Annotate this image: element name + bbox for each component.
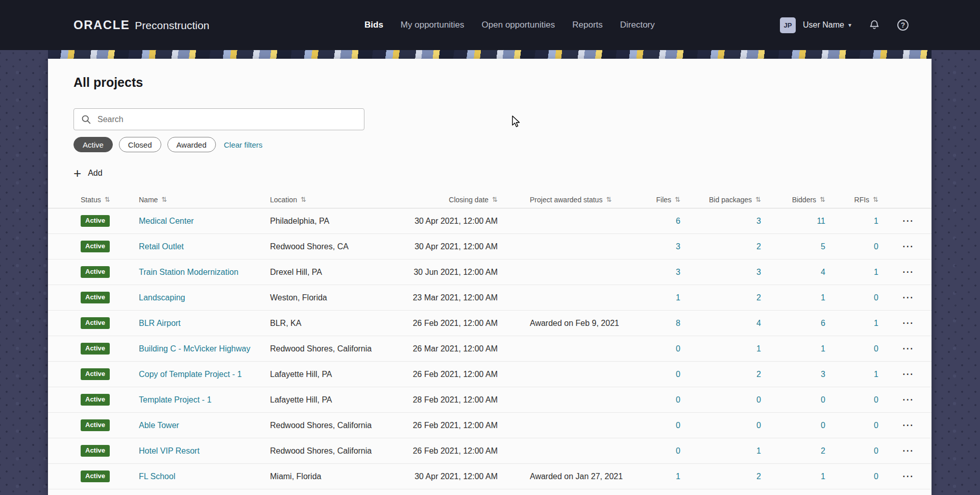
bidders-count-link[interactable]: 1	[821, 472, 825, 481]
notifications-button[interactable]	[869, 19, 880, 32]
bidders-count-link[interactable]: 3	[821, 370, 825, 379]
bidders-count-link[interactable]: 1	[821, 293, 825, 302]
bid-packages-count-link[interactable]: 2	[756, 293, 761, 302]
files-count-link[interactable]: 0	[676, 421, 680, 430]
project-name-link[interactable]: Landscaping	[139, 293, 185, 302]
rfis-count-link[interactable]: 1	[874, 319, 878, 327]
files-count-link[interactable]: 0	[676, 344, 680, 353]
bid-packages-count-link[interactable]: 0	[756, 421, 761, 430]
rfis-count-link[interactable]: 1	[874, 370, 878, 379]
bid-packages-count-link[interactable]: 3	[756, 268, 761, 276]
project-name-link[interactable]: Template Project - 1	[139, 395, 211, 404]
row-actions-button[interactable]: ⋯	[902, 445, 914, 457]
nav-item-bids[interactable]: Bids	[364, 20, 383, 30]
bidders-count-link[interactable]: 5	[821, 242, 825, 251]
project-name-link[interactable]: Medical Center	[139, 217, 194, 225]
bid-packages-cell: 4	[680, 319, 761, 328]
rfis-count-link[interactable]: 0	[874, 293, 878, 302]
column-header-bid-packages[interactable]: Bid packages⇅	[680, 196, 761, 204]
add-project-button[interactable]: + Add	[74, 168, 103, 179]
row-actions-button[interactable]: ⋯	[902, 317, 914, 329]
bid-packages-count-link[interactable]: 1	[756, 344, 761, 353]
bidders-count-link[interactable]: 4	[821, 268, 825, 276]
rfis-count-link[interactable]: 0	[874, 395, 878, 404]
bidders-count-link[interactable]: 6	[821, 319, 825, 327]
avatar[interactable]: JP	[780, 17, 796, 33]
bidders-count-link[interactable]: 1	[821, 344, 825, 353]
nav-item-reports[interactable]: Reports	[572, 20, 603, 30]
files-count-link[interactable]: 3	[676, 242, 680, 251]
rfis-count-link[interactable]: 0	[874, 344, 878, 353]
column-header-files[interactable]: Files⇅	[638, 196, 680, 204]
row-actions-button[interactable]: ⋯	[902, 419, 914, 431]
status-badge: Active	[81, 470, 110, 482]
nav-item-directory[interactable]: Directory	[620, 20, 655, 30]
rfis-count-link[interactable]: 1	[874, 268, 878, 276]
filter-chip-closed[interactable]: Closed	[119, 137, 161, 152]
bidders-count-link[interactable]: 0	[821, 395, 825, 404]
project-name-link[interactable]: Train Station Modernization	[139, 268, 238, 276]
bidders-count-link[interactable]: 11	[817, 217, 825, 225]
location-cell: Lafayette Hill, PA	[270, 370, 405, 379]
clear-filters-link[interactable]: Clear filters	[224, 140, 263, 149]
user-menu[interactable]: User Name ▾	[803, 20, 851, 30]
actions-cell: ⋯	[878, 241, 914, 252]
column-header-status[interactable]: Status⇅	[81, 196, 139, 204]
project-name-link[interactable]: Able Tower	[139, 421, 179, 430]
bid-packages-count-link[interactable]: 3	[756, 217, 761, 225]
oracle-preconstruction-logo[interactable]: ORACLE Preconstruction	[74, 18, 209, 32]
column-header-closing-date[interactable]: Closing date⇅	[405, 196, 498, 204]
rfis-count-link[interactable]: 0	[874, 242, 878, 251]
files-count-link[interactable]: 1	[676, 472, 680, 481]
nav-item-open-opportunities[interactable]: Open opportunities	[482, 20, 555, 30]
files-count-link[interactable]: 0	[676, 446, 680, 455]
rfis-count-link[interactable]: 0	[874, 472, 878, 481]
bid-packages-cell: 3	[680, 268, 761, 277]
files-count-link[interactable]: 1	[676, 293, 680, 302]
bid-packages-count-link[interactable]: 2	[756, 370, 761, 379]
files-count-link[interactable]: 0	[676, 395, 680, 404]
row-actions-button[interactable]: ⋯	[902, 292, 914, 303]
column-header-rfis[interactable]: RFIs⇅	[825, 196, 878, 204]
bid-packages-count-link[interactable]: 2	[756, 242, 761, 251]
project-name-link[interactable]: Retail Outlet	[139, 242, 184, 251]
column-header-project-awarded-status[interactable]: Project awarded status⇅	[498, 196, 638, 204]
project-name-link[interactable]: BLR Airport	[139, 319, 181, 327]
files-count-link[interactable]: 6	[676, 217, 680, 225]
row-actions-button[interactable]: ⋯	[902, 343, 914, 355]
bid-packages-count-link[interactable]: 4	[756, 319, 761, 327]
row-actions-button[interactable]: ⋯	[902, 394, 914, 406]
search-input[interactable]	[74, 108, 364, 130]
bid-packages-count-link[interactable]: 2	[756, 472, 761, 481]
filter-chip-awarded[interactable]: Awarded	[167, 137, 216, 152]
location-cell: Drexel Hill, PA	[270, 268, 405, 277]
column-header-location[interactable]: Location⇅	[270, 196, 405, 204]
bid-packages-count-link[interactable]: 1	[756, 446, 761, 455]
row-actions-button[interactable]: ⋯	[902, 241, 914, 252]
column-header-name[interactable]: Name⇅	[139, 196, 270, 204]
bidders-count-link[interactable]: 0	[821, 421, 825, 430]
files-count-link[interactable]: 3	[676, 268, 680, 276]
project-name-link[interactable]: Copy of Template Project - 1	[139, 370, 242, 379]
row-actions-button[interactable]: ⋯	[902, 215, 914, 227]
row-actions-button[interactable]: ⋯	[902, 266, 914, 278]
bid-packages-count-link[interactable]: 0	[756, 395, 761, 404]
files-cell: 8	[638, 319, 680, 328]
row-actions-button[interactable]: ⋯	[902, 368, 914, 380]
project-name-link[interactable]: Building C - McVicker Highway	[139, 344, 250, 353]
nav-item-my-opportunities[interactable]: My opportunities	[401, 20, 464, 30]
rfis-count-link[interactable]: 0	[874, 446, 878, 455]
rfis-count-link[interactable]: 1	[874, 217, 878, 225]
project-name-link[interactable]: FL School	[139, 472, 175, 481]
status-cell: Active	[81, 419, 139, 431]
bidders-count-link[interactable]: 2	[821, 446, 825, 455]
actions-cell: ⋯	[878, 215, 914, 227]
help-button[interactable]: ?	[897, 19, 909, 31]
row-actions-button[interactable]: ⋯	[902, 470, 914, 482]
filter-chip-active[interactable]: Active	[74, 137, 113, 152]
rfis-count-link[interactable]: 0	[874, 421, 878, 430]
project-name-link[interactable]: Hotel VIP Resort	[139, 446, 200, 455]
files-count-link[interactable]: 8	[676, 319, 680, 327]
column-header-bidders[interactable]: Bidders⇅	[761, 196, 825, 204]
files-count-link[interactable]: 0	[676, 370, 680, 379]
